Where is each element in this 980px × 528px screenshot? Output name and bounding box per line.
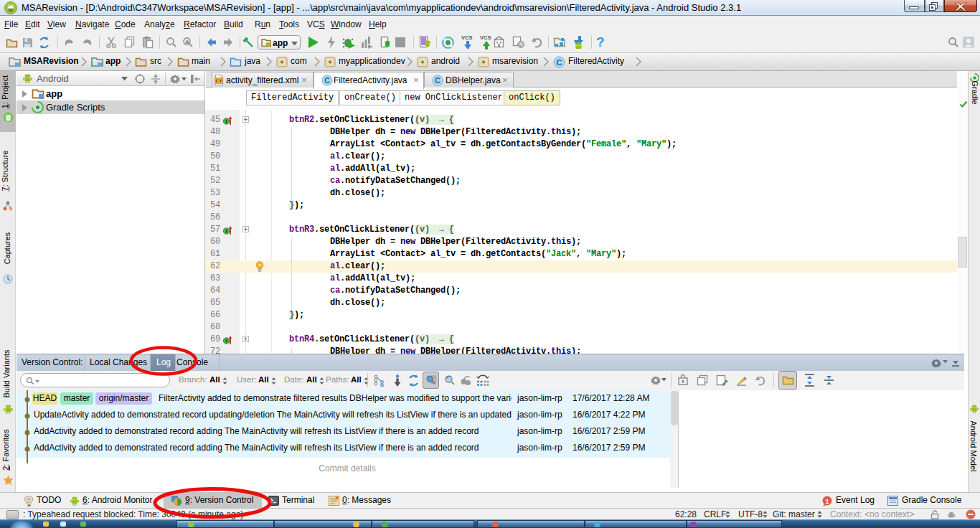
svg-text:VCS: VCS	[461, 34, 472, 41]
svg-text:1: 1	[826, 498, 829, 505]
svg-text:A: A	[185, 39, 189, 45]
svg-text:VCS: VCS	[480, 34, 491, 41]
svg-text:C: C	[324, 77, 330, 85]
svg-text:C: C	[557, 58, 562, 67]
svg-text:C: C	[435, 77, 440, 85]
